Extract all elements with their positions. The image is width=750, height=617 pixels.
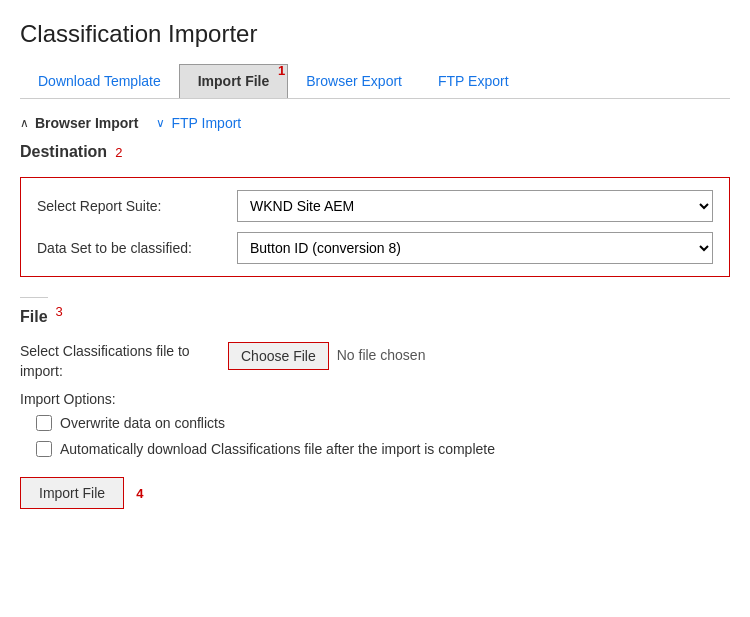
file-title: File bbox=[20, 297, 48, 326]
auto-download-checkbox-row: Automatically download Classifications f… bbox=[36, 441, 730, 457]
section-nav: ∧ Browser Import ∨ FTP Import bbox=[20, 115, 730, 131]
import-file-button[interactable]: Import File bbox=[20, 477, 124, 509]
import-options-label: Import Options: bbox=[20, 391, 116, 407]
report-suite-select[interactable]: WKND Site AEM bbox=[237, 190, 713, 222]
report-suite-row: Select Report Suite: WKND Site AEM bbox=[37, 190, 713, 222]
destination-step: 2 bbox=[115, 145, 122, 160]
overwrite-checkbox[interactable] bbox=[36, 415, 52, 431]
no-file-text: No file chosen bbox=[337, 342, 426, 363]
browser-import-chevron: ∧ bbox=[20, 116, 29, 130]
auto-download-checkbox[interactable] bbox=[36, 441, 52, 457]
destination-section: Destination 2 Select Report Suite: WKND … bbox=[20, 143, 730, 277]
tab-download-template[interactable]: Download Template bbox=[20, 65, 179, 97]
ftp-import-chevron: ∨ bbox=[156, 116, 165, 130]
data-set-select[interactable]: Button ID (conversion 8) bbox=[237, 232, 713, 264]
choose-file-button[interactable]: Choose File bbox=[228, 342, 329, 370]
ftp-import-link[interactable]: FTP Import bbox=[171, 115, 241, 131]
overwrite-checkbox-row: Overwrite data on conflicts bbox=[36, 415, 730, 431]
data-set-label: Data Set to be classified: bbox=[37, 240, 237, 256]
tab-bar: Download Template Import File 1 Browser … bbox=[20, 64, 730, 99]
destination-box: Select Report Suite: WKND Site AEM Data … bbox=[20, 177, 730, 277]
tab-import-file[interactable]: Import File 1 bbox=[179, 64, 289, 98]
tab-step-number: 1 bbox=[278, 63, 285, 78]
auto-download-label: Automatically download Classifications f… bbox=[60, 441, 495, 457]
tab-browser-export[interactable]: Browser Export bbox=[288, 65, 420, 97]
file-section: File 3 Select Classifications file to im… bbox=[20, 297, 730, 457]
file-select-label: Select Classifications file to import: bbox=[20, 342, 220, 381]
report-suite-label: Select Report Suite: bbox=[37, 198, 237, 214]
overwrite-label: Overwrite data on conflicts bbox=[60, 415, 225, 431]
data-set-row: Data Set to be classified: Button ID (co… bbox=[37, 232, 713, 264]
browser-import-label: Browser Import bbox=[35, 115, 138, 131]
import-step: 4 bbox=[136, 486, 143, 501]
import-btn-row: Import File 4 bbox=[20, 477, 730, 509]
destination-title: Destination bbox=[20, 143, 107, 161]
file-input-row: Select Classifications file to import: C… bbox=[20, 342, 730, 381]
file-step: 3 bbox=[56, 304, 63, 319]
page-title: Classification Importer bbox=[20, 20, 730, 48]
tab-ftp-export[interactable]: FTP Export bbox=[420, 65, 527, 97]
